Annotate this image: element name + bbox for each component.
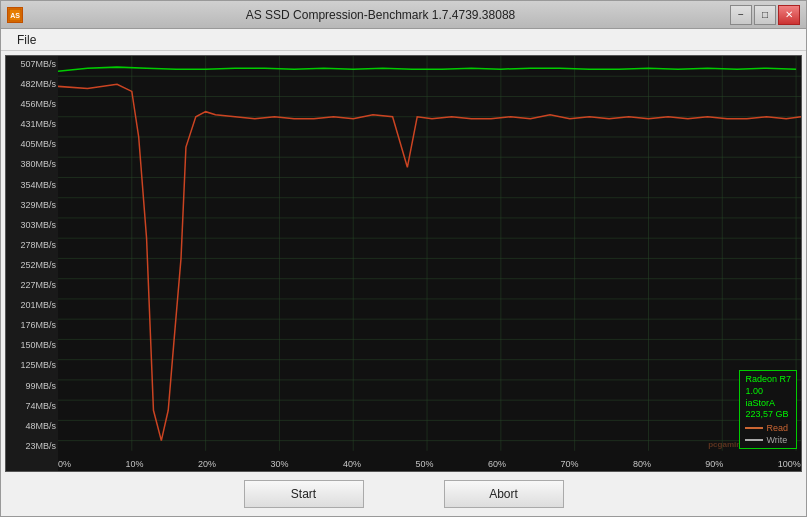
y-axis: 507MB/s482MB/s456MB/s431MB/s405MB/s380MB… xyxy=(6,56,58,471)
y-axis-label: 201MB/s xyxy=(8,301,56,310)
y-axis-label: 252MB/s xyxy=(8,261,56,270)
close-button[interactable]: ✕ xyxy=(778,5,800,25)
legend-read: Read xyxy=(745,423,791,433)
x-axis-label: 60% xyxy=(488,459,506,469)
maximize-button[interactable]: □ xyxy=(754,5,776,25)
button-bar: Start Abort xyxy=(5,472,802,512)
abort-button[interactable]: Abort xyxy=(444,480,564,508)
y-axis-label: 74MB/s xyxy=(8,402,56,411)
y-axis-label: 380MB/s xyxy=(8,160,56,169)
read-color-swatch xyxy=(745,427,763,429)
y-axis-label: 456MB/s xyxy=(8,100,56,109)
legend-box: Radeon R7 1.00 iaStorA 223,57 GB Read Wr… xyxy=(739,370,797,449)
y-axis-label: 354MB/s xyxy=(8,181,56,190)
x-axis: 0%10%20%30%40%50%60%70%80%90%100% xyxy=(58,459,801,469)
y-axis-label: 99MB/s xyxy=(8,382,56,391)
minimize-button[interactable]: − xyxy=(730,5,752,25)
y-axis-label: 23MB/s xyxy=(8,442,56,451)
x-axis-label: 40% xyxy=(343,459,361,469)
y-axis-label: 150MB/s xyxy=(8,341,56,350)
legend-line3: iaStorA xyxy=(745,398,791,410)
svg-text:AS: AS xyxy=(10,12,20,19)
x-axis-label: 50% xyxy=(415,459,433,469)
y-axis-label: 431MB/s xyxy=(8,120,56,129)
x-axis-label: 10% xyxy=(125,459,143,469)
write-color-swatch xyxy=(745,439,763,441)
y-axis-label: 329MB/s xyxy=(8,201,56,210)
y-axis-label: 176MB/s xyxy=(8,321,56,330)
legend-line4: 223,57 GB xyxy=(745,409,791,421)
x-axis-label: 80% xyxy=(633,459,651,469)
read-line xyxy=(58,84,801,440)
y-axis-label: 278MB/s xyxy=(8,241,56,250)
main-content: 507MB/s482MB/s456MB/s431MB/s405MB/s380MB… xyxy=(1,51,806,516)
start-button[interactable]: Start xyxy=(244,480,364,508)
window-controls: − □ ✕ xyxy=(730,5,800,25)
read-label: Read xyxy=(766,423,788,433)
y-axis-label: 227MB/s xyxy=(8,281,56,290)
x-axis-label: 100% xyxy=(778,459,801,469)
main-window: AS AS SSD Compression-Benchmark 1.7.4739… xyxy=(0,0,807,517)
y-axis-label: 125MB/s xyxy=(8,361,56,370)
y-axis-label: 405MB/s xyxy=(8,140,56,149)
x-axis-label: 90% xyxy=(705,459,723,469)
title-bar: AS AS SSD Compression-Benchmark 1.7.4739… xyxy=(1,1,806,29)
x-axis-label: 30% xyxy=(270,459,288,469)
legend-line2: 1.00 xyxy=(745,386,791,398)
menu-bar: File xyxy=(1,29,806,51)
chart-svg xyxy=(58,56,801,471)
legend-line1: Radeon R7 xyxy=(745,374,791,386)
file-menu[interactable]: File xyxy=(9,31,44,49)
write-label: Write xyxy=(766,435,787,445)
x-axis-label: 0% xyxy=(58,459,71,469)
window-title: AS SSD Compression-Benchmark 1.7.4739.38… xyxy=(31,8,730,22)
y-axis-label: 507MB/s xyxy=(8,60,56,69)
legend-write: Write xyxy=(745,435,791,445)
app-icon: AS xyxy=(7,7,23,23)
y-axis-label: 303MB/s xyxy=(8,221,56,230)
chart-plot: 0%10%20%30%40%50%60%70%80%90%100% Radeon… xyxy=(58,56,801,471)
chart-container: 507MB/s482MB/s456MB/s431MB/s405MB/s380MB… xyxy=(5,55,802,472)
y-axis-label: 482MB/s xyxy=(8,80,56,89)
x-axis-label: 70% xyxy=(560,459,578,469)
x-axis-label: 20% xyxy=(198,459,216,469)
y-axis-label: 48MB/s xyxy=(8,422,56,431)
